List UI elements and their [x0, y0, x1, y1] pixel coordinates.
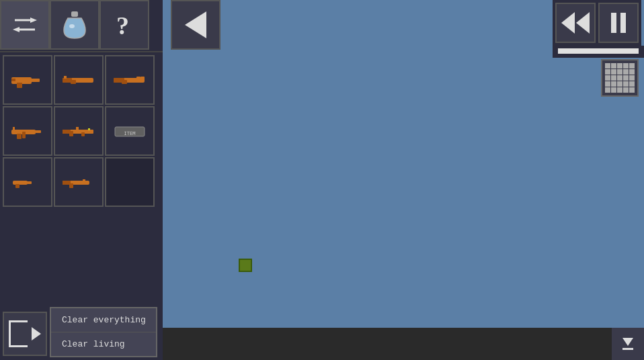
svg-rect-25 — [76, 127, 79, 130]
svg-rect-6 — [29, 79, 40, 82]
svg-rect-11 — [71, 80, 76, 84]
rewind-icon — [561, 12, 590, 34]
item-grid: ITEM — [0, 52, 163, 308]
sniper-icon — [61, 122, 96, 140]
svg-rect-12 — [64, 76, 67, 79]
item-cell-1[interactable] — [3, 55, 52, 105]
game-object — [239, 259, 252, 272]
svg-rect-8 — [11, 79, 15, 81]
help-icon: ? — [112, 10, 136, 40]
download-icon — [622, 338, 633, 350]
clear-living-button[interactable]: Clear living — [51, 332, 156, 356]
small-rifle-icon — [61, 173, 96, 191]
item-cell-2[interactable] — [54, 55, 104, 105]
grid-toggle-button[interactable] — [601, 59, 639, 97]
svg-rect-7 — [17, 83, 22, 88]
back-button[interactable] — [171, 0, 220, 50]
svg-rect-17 — [122, 80, 127, 84]
context-menu: Clear everything Clear living — [50, 307, 157, 357]
shotgun-icon — [112, 71, 147, 89]
potion-icon — [63, 10, 87, 40]
svg-rect-15 — [136, 77, 140, 79]
svg-text:ITEM: ITEM — [124, 131, 136, 136]
svg-rect-10 — [63, 78, 72, 83]
clear-everything-button[interactable]: Clear everything — [51, 308, 156, 332]
swap-icon — [11, 15, 38, 35]
svg-rect-28 — [88, 128, 90, 130]
rewind-button[interactable] — [555, 3, 596, 43]
svg-point-3 — [69, 24, 75, 28]
potion-button[interactable] — [50, 0, 99, 50]
svg-rect-21 — [22, 132, 26, 138]
pause-button[interactable] — [598, 3, 639, 43]
item-cell-7[interactable] — [3, 157, 52, 207]
label-item-icon: ITEM — [112, 122, 147, 140]
svg-rect-16 — [140, 77, 145, 79]
top-right-controls — [553, 0, 644, 58]
item-cell-8[interactable] — [54, 157, 104, 207]
svg-rect-36 — [69, 183, 73, 188]
arrow-left-icon — [185, 11, 206, 38]
svg-rect-22 — [13, 127, 15, 130]
svg-rect-27 — [69, 131, 73, 136]
tiny-gun-icon — [10, 173, 45, 191]
bottom-bar — [163, 328, 644, 360]
svg-rect-37 — [83, 179, 85, 181]
pistol-icon — [10, 71, 45, 89]
progress-bar — [558, 48, 639, 54]
svg-rect-20 — [17, 134, 22, 139]
sidebar: ? — [0, 0, 163, 360]
exit-button[interactable] — [3, 312, 47, 356]
rifle-icon — [61, 71, 96, 89]
toolbar: ? — [0, 0, 163, 52]
item-cell-6[interactable]: ITEM — [105, 106, 155, 156]
item-cell-5[interactable] — [54, 106, 104, 156]
swap-button[interactable] — [0, 0, 50, 50]
item-cell-9[interactable] — [105, 157, 155, 207]
svg-marker-0 — [30, 17, 37, 23]
grid-icon — [605, 63, 635, 93]
svg-rect-32 — [25, 181, 32, 184]
smg-icon — [10, 122, 45, 140]
help-button[interactable]: ? — [99, 0, 149, 50]
svg-text:?: ? — [116, 11, 129, 40]
exit-icon — [9, 320, 41, 347]
svg-rect-26 — [81, 132, 85, 136]
sidebar-bottom: Clear everything Clear living — [0, 308, 163, 360]
item-cell-4[interactable] — [3, 106, 52, 156]
svg-rect-19 — [33, 130, 41, 133]
playback-controls — [553, 0, 641, 46]
svg-rect-33 — [15, 184, 19, 188]
corner-icon-button[interactable] — [612, 328, 644, 360]
svg-marker-1 — [13, 27, 19, 32]
pause-icon — [611, 13, 626, 33]
item-cell-3[interactable] — [105, 55, 155, 105]
svg-rect-2 — [71, 11, 78, 17]
progress-bar-container — [553, 46, 644, 58]
